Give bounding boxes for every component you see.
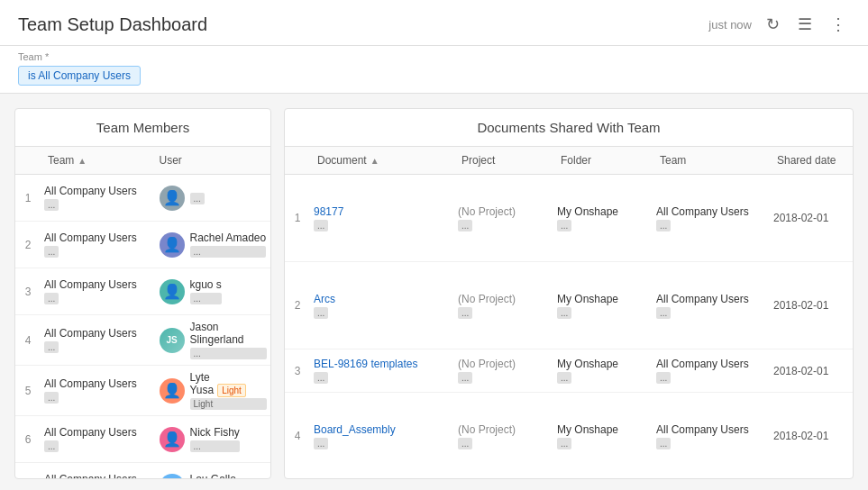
team-filter-label: Team * bbox=[18, 51, 850, 62]
doc-folder-cell: My Onshape ... bbox=[553, 291, 653, 321]
team-tag: ... bbox=[44, 341, 59, 353]
folder-name: My Onshape bbox=[557, 205, 649, 218]
doc-name-cell: Board_Assembly ... bbox=[310, 422, 454, 451]
proj-tag: ... bbox=[458, 372, 472, 384]
avatar-icon: 👤 bbox=[163, 236, 181, 253]
member-team: All Company Users ... bbox=[41, 424, 156, 454]
row-number: 1 bbox=[15, 192, 41, 204]
proj-tag: ... bbox=[458, 307, 472, 319]
user-name: kguo s bbox=[190, 278, 222, 291]
member-user: 👤 Lyte YusaLight Light bbox=[156, 369, 271, 412]
member-user: 👤 Nick Fishy ... bbox=[156, 424, 271, 454]
member-team: All Company Users ... bbox=[41, 325, 156, 355]
doc-team-name: All Company Users bbox=[656, 205, 766, 218]
folder-name: My Onshape bbox=[557, 423, 649, 436]
row-number: 4 bbox=[15, 334, 41, 347]
folder-name: My Onshape bbox=[557, 293, 649, 305]
list-item[interactable]: 7 All Company Users ... 👤 Lou Gallo ... bbox=[15, 463, 270, 478]
team-members-panel: Team Members Team ▲ User 1 All Company U… bbox=[14, 108, 271, 479]
table-row[interactable]: 3 BEL-98169 templates ... (No Project) .… bbox=[285, 349, 853, 393]
col-user-header[interactable]: User bbox=[156, 154, 268, 167]
member-team: All Company Users ... bbox=[41, 230, 156, 259]
doc-team-tag: ... bbox=[656, 438, 671, 449]
document-name[interactable]: 98177 bbox=[314, 205, 451, 218]
team-name: All Company Users bbox=[44, 377, 152, 390]
doc-team-cell: All Company Users ... bbox=[653, 356, 770, 386]
team-sort-icon: ▲ bbox=[78, 156, 87, 166]
list-item[interactable]: 6 All Company Users ... 👤 Nick Fishy ... bbox=[15, 416, 270, 463]
last-updated: just now bbox=[708, 18, 752, 32]
team-name: All Company Users bbox=[44, 426, 152, 439]
doc-team-name: All Company Users bbox=[656, 358, 766, 370]
member-team: All Company Users ... bbox=[41, 183, 156, 213]
user-name-wrap: Jason Slingerland ... bbox=[190, 321, 268, 359]
doc-name-cell: Arcs ... bbox=[310, 291, 454, 321]
avatar: 👤 bbox=[160, 232, 185, 258]
avatar-image: JS bbox=[160, 328, 185, 353]
user-name: Jason Slingerland bbox=[190, 321, 268, 346]
doc-date-cell: 2018-02-01 bbox=[770, 363, 851, 379]
team-name: All Company Users bbox=[44, 327, 152, 340]
table-row[interactable]: 4 Board_Assembly ... (No Project) ... My… bbox=[285, 393, 853, 478]
proj-tag: ... bbox=[458, 220, 472, 231]
member-user: 👤 Lou Gallo ... bbox=[156, 471, 271, 478]
content-area: Team Members Team ▲ User 1 All Company U… bbox=[0, 94, 868, 490]
document-name[interactable]: Arcs bbox=[314, 293, 451, 305]
folder-tag: ... bbox=[557, 307, 571, 319]
avatar: 👤 bbox=[160, 279, 185, 304]
list-item[interactable]: 4 All Company Users ... JS Jason Slinger… bbox=[15, 315, 270, 366]
doc-date-cell: 2018-02-01 bbox=[770, 297, 851, 313]
members-scroll[interactable]: 1 All Company Users ... 👤 ... 2 All Comp… bbox=[15, 175, 270, 478]
user-name-wrap: ... bbox=[190, 191, 205, 204]
doc-row-number: 1 bbox=[285, 212, 310, 224]
doc-name-cell: 98177 ... bbox=[310, 204, 454, 233]
more-icon[interactable]: ⋮ bbox=[827, 11, 850, 38]
refresh-icon[interactable]: ↻ bbox=[763, 11, 783, 38]
avatar: 👤 bbox=[160, 378, 185, 404]
header: Team Setup Dashboard just now ↻ ☰ ⋮ bbox=[0, 0, 868, 46]
team-members-table-header: Team ▲ User bbox=[15, 147, 270, 175]
document-name[interactable]: BEL-98169 templates bbox=[314, 358, 451, 370]
user-tag: ... bbox=[190, 193, 205, 204]
list-item[interactable]: 5 All Company Users ... 👤 Lyte YusaLight… bbox=[15, 366, 270, 416]
team-filter-chip[interactable]: is All Company Users bbox=[18, 66, 141, 86]
avatar-icon: 👤 bbox=[163, 477, 181, 478]
list-item[interactable]: 1 All Company Users ... 👤 ... bbox=[15, 175, 270, 222]
user-name: Lou Gallo bbox=[190, 473, 236, 478]
row-number: 5 bbox=[15, 385, 41, 397]
header-actions: just now ↻ ☰ ⋮ bbox=[708, 11, 850, 38]
avatar: 👤 bbox=[160, 474, 185, 479]
user-tag: Light bbox=[190, 398, 268, 410]
user-tag: ... bbox=[190, 293, 222, 304]
team-members-title: Team Members bbox=[15, 109, 270, 147]
avatar-icon: 👤 bbox=[163, 283, 181, 300]
project-name: (No Project) bbox=[458, 358, 550, 370]
document-name[interactable]: Board_Assembly bbox=[314, 423, 451, 436]
team-name: All Company Users bbox=[44, 185, 152, 197]
user-name: Nick Fishy bbox=[190, 426, 240, 439]
doc-tag: ... bbox=[314, 220, 328, 231]
row-number: 6 bbox=[15, 433, 41, 446]
table-row[interactable]: 1 98177 ... (No Project) ... My Onshape … bbox=[285, 175, 853, 262]
docs-scroll[interactable]: 1 98177 ... (No Project) ... My Onshape … bbox=[285, 175, 853, 478]
doc-project-cell: (No Project) ... bbox=[454, 291, 553, 321]
member-user: 👤 ... bbox=[156, 184, 271, 213]
list-item[interactable]: 3 All Company Users ... 👤 kguo s ... bbox=[15, 268, 270, 315]
project-name: (No Project) bbox=[458, 293, 550, 305]
team-name: All Company Users bbox=[44, 278, 152, 291]
filter-icon[interactable]: ☰ bbox=[794, 11, 816, 38]
row-number: 2 bbox=[15, 239, 41, 251]
list-item[interactable]: 2 All Company Users ... 👤 Rachel Amadeo … bbox=[15, 222, 270, 268]
doc-folder-cell: My Onshape ... bbox=[553, 204, 653, 233]
doc-permissions-cell: Edit ( View-Copy-Export-Comment ) bbox=[851, 396, 853, 476]
doc-col-doc-header[interactable]: Document ▲ bbox=[314, 154, 458, 167]
user-tag: ... bbox=[190, 440, 240, 452]
doc-permissions-cell: Edit ( View-Copy-Export-Comment ) bbox=[851, 178, 853, 258]
team-tag: ... bbox=[44, 293, 59, 304]
table-row[interactable]: 2 Arcs ... (No Project) ... My Onshape .… bbox=[285, 262, 853, 349]
doc-table-header: Document ▲ Project Folder Team Shared da… bbox=[285, 147, 853, 175]
avatar-icon: 👤 bbox=[163, 189, 181, 206]
member-team: All Company Users ... bbox=[41, 471, 156, 478]
doc-folder-cell: My Onshape ... bbox=[553, 422, 653, 451]
col-team-header[interactable]: Team ▲ bbox=[44, 154, 156, 167]
